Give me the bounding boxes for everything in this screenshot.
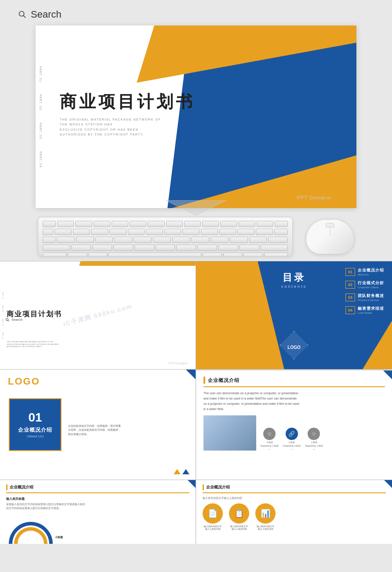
corner-arrow-orange	[174, 469, 181, 474]
photo-people	[203, 415, 256, 451]
search-bar[interactable]: Search	[18, 9, 374, 20]
logo-label: LOGO	[8, 376, 188, 387]
slide-01-desc: 点击此处添加文字内容，结美输排，部分简要介绍等，点击此处添加文字内容，结美输排，…	[68, 424, 121, 436]
icon-sublabel-1: Supporting 小标游	[261, 444, 279, 447]
icon-circle-3: ☆	[308, 428, 320, 440]
slide-01-en-title: （About Us）	[25, 434, 46, 439]
logo-diamond-text: LOGO	[287, 345, 300, 350]
contents-main-title: 目录	[281, 271, 307, 284]
icons-row: ☆ 小标游 Supporting 小标游 — 🔗 小标游 Supporting …	[261, 428, 323, 451]
menu-item-text-4: 融资需求综述 Look Ahead	[358, 306, 384, 314]
svg-line-4	[8, 320, 9, 321]
slide-01-num: 01	[28, 411, 42, 425]
circle-icon-label-1: 输入相关内容文字输入人相关内容	[204, 525, 221, 530]
icon-circle-1: ☆	[263, 428, 276, 440]
icon-circle-2: 🔗	[286, 428, 298, 440]
menu-num-4: 04	[345, 306, 355, 314]
circle-icon-big-3: 📊	[255, 503, 276, 524]
bottom-left-sub-label: 小标题	[55, 535, 63, 539]
circle-icons-row: 📄 输入相关内容文字输入人相关内容 📋 输入相关内容文字输入人相关内容 📊 输入…	[203, 503, 386, 530]
icon-dash-1: —	[269, 448, 271, 451]
photo-placeholder	[203, 415, 256, 451]
keyboard-section	[0, 213, 392, 261]
contents-subtitle: contents	[281, 284, 307, 289]
bottom-right-header-bar	[203, 484, 204, 490]
info-header-bar	[203, 377, 205, 384]
menu-item-text-1: 企业概况介绍 About Us	[358, 268, 384, 276]
search-label: Search	[31, 9, 62, 20]
mini-slide-preview: Search PART. 01 PART. 02 PART. 03 PART. …	[0, 261, 196, 369]
ppt-designer-label: PPT Designer	[297, 195, 332, 200]
grid-cell-contents: 目录 contents LOGO 01 企业概况介绍 About Us 02 行…	[196, 261, 392, 369]
svg-point-0	[19, 11, 24, 16]
circle-icon-1: 📄 输入相关内容文字输入人相关内容	[203, 503, 223, 530]
grid-row-1: Search PART. 01 PART. 02 PART. 03 PART. …	[0, 261, 392, 369]
icon-item-3: ☆ 小标游 Supporting 小标游 —	[305, 428, 323, 451]
grid-cell-info: 企业概况介绍 The user can demonstrate on a pro…	[196, 370, 392, 480]
info-text-block: The user can demonstrate on a projector …	[203, 391, 300, 412]
icon-item-2: 🔗 小标游 Supporting 小标游 —	[283, 428, 301, 451]
connector-svg	[130, 200, 262, 216]
corner-arrow-blue	[182, 469, 189, 474]
menu-num-2: 02	[345, 281, 355, 289]
side-label-4: PART. 04	[39, 151, 42, 168]
main-slide-title-area: 商业项目计划书 THE ORIGINAL MATERIAL PACKAGE NE…	[60, 92, 195, 137]
mini-slide-title: 商业项目计划书	[7, 310, 62, 319]
slide-01-box: 01 企业概况介绍 （About Us）	[9, 398, 62, 451]
mini-slide-subtitle: THE ORIGINAL MATERIAL PACKAGE NETWORK OF…	[7, 341, 59, 348]
main-slide-preview: PART. 01 PART. 02 PART. 03 PART. 04 商业项目…	[36, 26, 356, 208]
circle-icon-3: 📊 输入相关内容文字输入人相关内容	[255, 503, 276, 530]
search-icon	[18, 10, 27, 19]
mini-ppt-designer: PPT Designer	[169, 362, 188, 365]
circle-icon-big-1: 📄	[203, 503, 223, 524]
menu-item-1: 01 企业概况介绍 About Us	[345, 268, 384, 276]
circle-icon-big-2: 📋	[229, 503, 249, 524]
circle-icon-label-3: 输入相关内容文字输入人相关内容	[257, 525, 274, 530]
info-header-title: 企业概况介绍	[208, 377, 240, 384]
menu-num-3: 03	[345, 293, 355, 301]
bottom-right-title: 企业概况介绍	[206, 484, 230, 490]
circle-icon-label-2: 输入相关内容文字输入人相关内容	[230, 525, 248, 530]
menu-items: 01 企业概况介绍 About Us 02 行业模式分析 Corporate C…	[345, 268, 384, 314]
menu-item-2: 02 行业模式分析 Corporate Culture	[345, 280, 384, 289]
icon-sublabel-3: Supporting 小标游	[305, 444, 323, 447]
circle-icon-2: 📋 输入相关内容文字输入人相关内容	[229, 503, 249, 530]
bottom-left-corner	[188, 480, 196, 488]
icon-sublabel-2: Supporting 小标游	[283, 444, 301, 447]
bottom-left-input-label: 输入相关标题	[6, 497, 189, 501]
icon-label-3: 小标游	[311, 441, 317, 444]
menu-item-text-3: 团队财务概述 Product & Service	[358, 293, 384, 301]
mouse-image	[306, 219, 354, 254]
grid-row-2: LOGO 01 企业概况介绍 （About Us） 点击此处添加文字内容，结美输…	[0, 369, 392, 480]
icon-dash-2: —	[290, 448, 293, 451]
main-slide-subtitle: THE ORIGINAL MATERIAL PACKAGE NETWORK OF…	[60, 117, 165, 137]
icon-label-2: 小标游	[288, 441, 295, 444]
bottom-right-corner	[384, 480, 392, 488]
menu-item-text-2: 行业模式分析 Corporate Culture	[358, 280, 384, 289]
svg-marker-2	[165, 200, 227, 216]
bottom-left-desc: 该项输入相关的文字内容或设置插入图片以替换的文字描述输入相关的文字内容或设置插入…	[6, 502, 85, 510]
menu-item-3: 03 团队财务概述 Product & Service	[345, 293, 384, 301]
bottom-left-header-bar	[6, 484, 7, 490]
side-labels: PART. 01 PART. 02 PART. 03 PART. 04	[39, 66, 42, 168]
info-image-row: ☆ 小标游 Supporting 小标游 — 🔗 小标游 Supporting …	[203, 415, 385, 451]
slide-01-cn-title: 企业概况介绍	[18, 426, 52, 434]
mini-side-labels: PART. 01 PART. 02 PART. 03 PART. 04	[2, 291, 4, 339]
blue-corner-triangle	[186, 370, 196, 379]
icon-item-1: ☆ 小标游 Supporting 小标游 —	[261, 428, 279, 451]
side-label-1: PART. 01	[39, 66, 42, 82]
main-slide-title: 商业项目计划书	[60, 92, 195, 111]
side-label-2: PART. 02	[39, 95, 42, 111]
bottom-left-title: 企业概况介绍	[10, 484, 33, 490]
info-header: 企业概况介绍	[203, 377, 385, 387]
icon-dash-3: —	[313, 448, 315, 451]
svg-line-1	[23, 15, 25, 18]
side-label-3: PART. 03	[39, 123, 42, 139]
grid-cell-mini-slide: Search PART. 01 PART. 02 PART. 03 PART. …	[0, 261, 196, 369]
bottom-right-header: 企业概况介绍	[203, 484, 386, 493]
bottom-left-header: 企业概况介绍	[6, 484, 189, 493]
top-section: Search PART. 01 PART. 02 PART. 03 PART. …	[0, 0, 392, 213]
bottom-right-desc: 输入有关内容文字输入人相关内容	[203, 497, 386, 500]
info-corner-triangle	[383, 370, 392, 379]
menu-item-4: 04 融资需求综述 Look Ahead	[345, 306, 384, 314]
